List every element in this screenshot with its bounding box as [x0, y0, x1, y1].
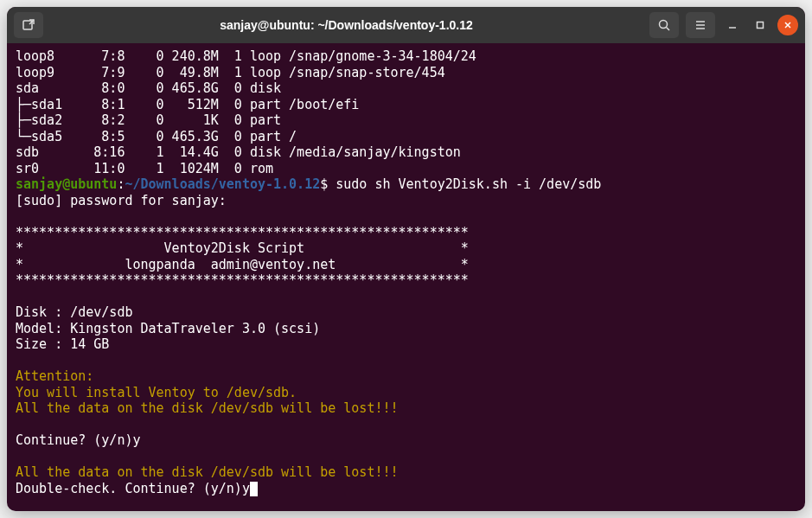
titlebar-left — [14, 12, 43, 38]
maximize-icon — [755, 20, 765, 30]
menu-button[interactable] — [686, 12, 715, 38]
close-icon — [783, 20, 793, 30]
titlebar-right — [649, 12, 798, 38]
svg-line-2 — [667, 28, 670, 31]
svg-rect-7 — [758, 22, 764, 29]
hamburger-icon — [694, 18, 707, 32]
search-icon — [657, 18, 671, 32]
minimize-button[interactable] — [722, 15, 743, 35]
maximize-button[interactable] — [750, 15, 770, 35]
close-button[interactable] — [777, 15, 798, 35]
terminal-cursor — [250, 482, 258, 496]
titlebar: sanjay@ubuntu: ~/Downloads/ventoy-1.0.12 — [7, 7, 805, 43]
window-title: sanjay@ubuntu: ~/Downloads/ventoy-1.0.12 — [50, 18, 643, 32]
new-tab-button[interactable] — [14, 12, 43, 38]
minimize-icon — [727, 20, 738, 30]
terminal-window: sanjay@ubuntu: ~/Downloads/ventoy-1.0.12… — [7, 7, 805, 511]
svg-point-1 — [660, 21, 668, 29]
search-button[interactable] — [649, 12, 679, 38]
new-tab-icon — [22, 18, 35, 32]
terminal-content[interactable]: loop8 7:8 0 240.8M 1 loop /snap/gnome-3-… — [7, 43, 805, 511]
